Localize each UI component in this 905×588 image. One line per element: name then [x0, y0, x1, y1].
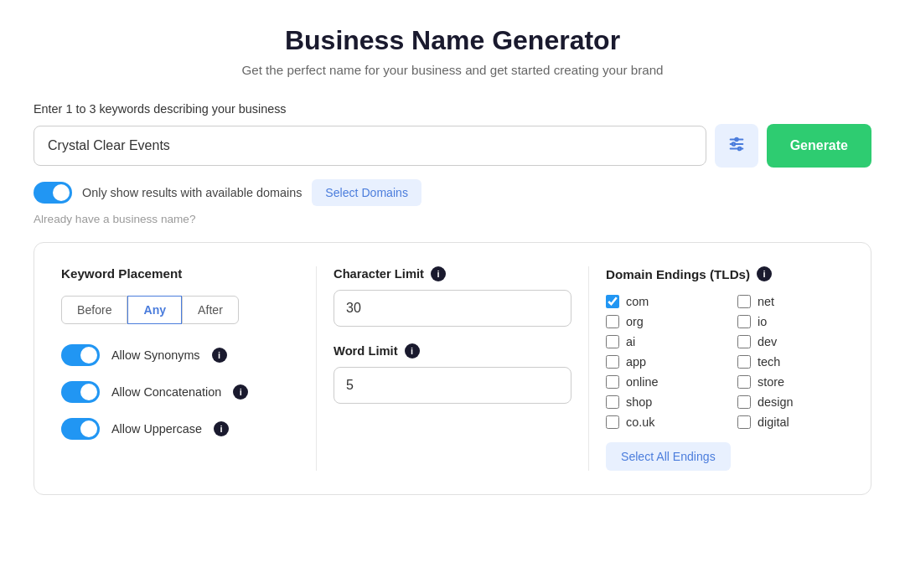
synonyms-toggle-row: Allow Synonyms i: [61, 344, 299, 366]
filter-icon: [727, 135, 746, 157]
generate-button[interactable]: Generate: [767, 124, 871, 168]
tld-net[interactable]: net: [737, 295, 844, 308]
concatenation-label: Allow Concatenation: [111, 385, 221, 399]
placement-after[interactable]: After: [182, 296, 239, 324]
select-domains-button[interactable]: Select Domains: [312, 179, 421, 206]
char-limit-info-icon[interactable]: i: [431, 266, 446, 281]
tld-design[interactable]: design: [737, 395, 844, 409]
character-limit-input[interactable]: [334, 290, 571, 327]
domain-endings-col: Domain Endings (TLDs) i com net org: [606, 266, 844, 471]
tld-app[interactable]: app: [606, 355, 712, 369]
tld-online-checkbox[interactable]: [606, 375, 619, 389]
concatenation-slider: [61, 381, 100, 403]
tld-io[interactable]: io: [737, 315, 844, 328]
tld-couk[interactable]: co.uk: [606, 415, 712, 429]
uppercase-toggle-row: Allow Uppercase i: [61, 418, 299, 440]
domain-endings-info-icon[interactable]: i: [757, 266, 772, 281]
domain-endings-title: Domain Endings (TLDs): [606, 267, 750, 281]
concatenation-toggle[interactable]: [61, 381, 100, 403]
character-limit-label: Character Limit i: [334, 266, 571, 281]
tld-store-checkbox[interactable]: [737, 375, 751, 389]
tld-dev-checkbox[interactable]: [737, 335, 751, 348]
tld-tech-checkbox[interactable]: [737, 355, 751, 369]
tld-org[interactable]: org: [606, 315, 712, 328]
tld-digital[interactable]: digital: [737, 415, 844, 429]
tld-couk-checkbox[interactable]: [606, 415, 619, 429]
placement-buttons: Before Any After: [61, 296, 299, 324]
word-limit-label: Word Limit i: [334, 343, 571, 358]
tld-shop[interactable]: shop: [606, 395, 712, 409]
domain-endings-header: Domain Endings (TLDs) i: [606, 266, 844, 281]
search-input[interactable]: [34, 126, 706, 166]
tld-store[interactable]: store: [737, 375, 844, 389]
domain-toggle-label: Only show results with available domains: [82, 186, 302, 199]
search-row: Generate: [34, 124, 871, 168]
tld-com-checkbox[interactable]: [606, 295, 619, 308]
tld-ai-checkbox[interactable]: [606, 335, 619, 348]
select-all-endings-button[interactable]: Select All Endings: [606, 442, 731, 471]
concatenation-info-icon[interactable]: i: [233, 384, 248, 400]
synonyms-toggle[interactable]: [61, 344, 100, 366]
tld-online[interactable]: online: [606, 375, 712, 389]
limits-col: Character Limit i Word Limit i: [334, 266, 589, 471]
options-panel: Keyword Placement Before Any After Allow…: [34, 242, 871, 495]
tld-ai[interactable]: ai: [606, 335, 712, 348]
tld-io-checkbox[interactable]: [737, 315, 751, 328]
keyword-label: Enter 1 to 3 keywords describing your bu…: [34, 102, 871, 116]
uppercase-slider: [61, 418, 100, 440]
keyword-placement-col: Keyword Placement Before Any After Allow…: [61, 266, 317, 471]
uppercase-label: Allow Uppercase: [111, 422, 202, 436]
domain-toggle-row: Only show results with available domains…: [34, 179, 871, 206]
synonyms-label: Allow Synonyms: [111, 348, 200, 362]
tld-net-checkbox[interactable]: [737, 295, 751, 308]
placement-before[interactable]: Before: [61, 296, 127, 324]
placement-any[interactable]: Any: [127, 296, 182, 324]
word-limit-info-icon[interactable]: i: [405, 343, 420, 358]
keyword-placement-title: Keyword Placement: [61, 266, 299, 281]
word-limit-input[interactable]: [334, 367, 571, 404]
tld-com[interactable]: com: [606, 295, 712, 308]
page-subtitle: Get the perfect name for your business a…: [34, 63, 871, 77]
tld-design-checkbox[interactable]: [737, 395, 751, 409]
concatenation-toggle-row: Allow Concatenation i: [61, 381, 299, 403]
already-link[interactable]: Already have a business name?: [34, 213, 871, 225]
tld-tech[interactable]: tech: [737, 355, 844, 369]
page-title: Business Name Generator: [34, 25, 871, 56]
tld-app-checkbox[interactable]: [606, 355, 619, 369]
uppercase-info-icon[interactable]: i: [214, 421, 229, 436]
tld-org-checkbox[interactable]: [606, 315, 619, 328]
tld-shop-checkbox[interactable]: [606, 395, 619, 409]
page-header: Business Name Generator Get the perfect …: [34, 25, 871, 77]
domain-toggle[interactable]: [34, 182, 72, 204]
tld-dev[interactable]: dev: [737, 335, 844, 348]
synonyms-slider: [61, 344, 100, 366]
toggle-slider: [34, 182, 72, 204]
tld-digital-checkbox[interactable]: [737, 415, 751, 429]
uppercase-toggle[interactable]: [61, 418, 100, 440]
filter-button[interactable]: [715, 124, 758, 168]
synonyms-info-icon[interactable]: i: [212, 348, 227, 363]
tld-grid: com net org io ai: [606, 295, 844, 429]
